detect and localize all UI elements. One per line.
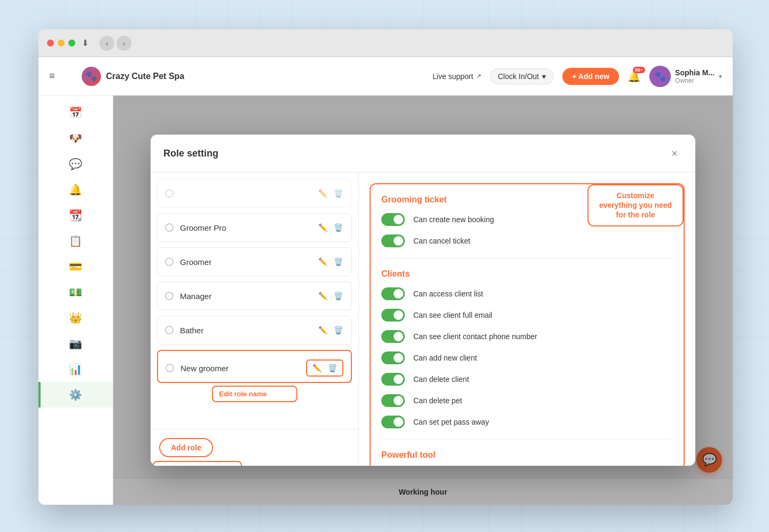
maximize-traffic-light[interactable] <box>68 40 75 46</box>
calendar-icon: 📅 <box>69 106 82 119</box>
delete-role-icon[interactable]: 🗑️ <box>333 222 344 233</box>
section-divider-2 <box>381 439 673 440</box>
sidebar-item-pets[interactable]: 🐶 <box>38 126 113 151</box>
sidebar-item-alerts[interactable]: 🔔 <box>38 177 113 202</box>
user-info[interactable]: 🐾 Sophia M... Owner ▾ <box>649 66 722 87</box>
back-button[interactable]: ‹ <box>99 36 114 51</box>
permission-label: Can create new booking <box>413 215 494 224</box>
clock-label: Clock In/Out <box>498 72 539 81</box>
sidebar-item-dollar[interactable]: 💵 <box>38 279 113 305</box>
toggle-delete-pet[interactable] <box>381 394 405 407</box>
dollar-icon: 💵 <box>69 286 82 299</box>
minimize-traffic-light[interactable] <box>58 40 65 46</box>
list-item[interactable]: Groomer ✏️ 🗑️ <box>157 247 352 276</box>
download-icon[interactable]: ⬇ <box>82 38 89 48</box>
sidebar-item-camera[interactable]: 📷 <box>38 331 113 356</box>
header-actions: Live support ↗ Clock In/Out ▾ + Add new … <box>433 66 722 87</box>
notification-button[interactable]: 🔔 99+ <box>627 70 641 83</box>
toggle-cancel-ticket[interactable] <box>381 234 405 247</box>
modal-close-button[interactable]: × <box>666 145 682 161</box>
add-new-button[interactable]: + Add new <box>562 68 619 85</box>
permission-cancel-ticket: Can cancel ticket <box>381 234 673 247</box>
permission-delete-pet: Can delete pet <box>381 394 673 407</box>
edit-role-icon[interactable]: ✏️ <box>317 256 328 267</box>
modal-body: ✏️ 🗑️ Groomer Pro ✏️ 🗑️ <box>151 173 695 466</box>
delete-role-icon[interactable]: 🗑️ <box>333 291 344 301</box>
permission-access-client-list: Can access client list <box>381 287 673 300</box>
schedule-icon: 📆 <box>69 209 82 222</box>
role-actions: ✏️ 🗑️ <box>306 359 343 377</box>
svg-text:🐾: 🐾 <box>654 71 666 82</box>
toggle-see-client-email[interactable] <box>381 309 405 322</box>
role-radio[interactable] <box>165 189 174 198</box>
role-actions: ✏️ 🗑️ <box>317 325 344 335</box>
edit-role-icon[interactable]: ✏️ <box>317 291 328 301</box>
powerful-tool-title: Powerful tool <box>381 450 673 460</box>
menu-button[interactable]: ≡ <box>49 71 55 82</box>
camera-icon: 📷 <box>69 337 82 350</box>
sidebar-item-calendar[interactable]: 📅 <box>38 100 113 126</box>
crown-icon: 👑 <box>69 311 82 324</box>
toggle-add-new-client[interactable] <box>381 351 405 364</box>
chart-icon: 📊 <box>69 363 82 375</box>
delete-role-icon[interactable]: 🗑️ <box>333 188 344 199</box>
toggle-see-contact-phone[interactable] <box>381 330 405 343</box>
list-item[interactable]: Bather ✏️ 🗑️ <box>157 316 352 345</box>
sidebar: 📅 🐶 💬 🔔 📆 📋 💳 💵 👑 📷 📊 <box>38 57 113 505</box>
modal-title: Role setting <box>163 148 218 159</box>
permission-label: Can add new client <box>413 354 477 362</box>
role-radio[interactable] <box>165 257 174 266</box>
app-header: ≡ 🐾 Crazy Cute Pet Spa Live support ↗ Cl… <box>38 57 733 96</box>
edit-role-icon[interactable]: ✏️ <box>317 222 328 233</box>
live-support-button[interactable]: Live support ↗ <box>433 72 481 81</box>
browser-chrome: ⬇ ‹ › <box>38 29 733 57</box>
main-content: Working hour Role setting × <box>113 96 733 505</box>
edit-role-icon[interactable]: ✏️ <box>317 188 328 199</box>
delete-role-icon[interactable]: 🗑️ <box>333 256 344 267</box>
roles-list: ✏️ 🗑️ Groomer Pro ✏️ 🗑️ <box>151 173 358 429</box>
toggle-set-pet-pass-away[interactable] <box>381 416 405 428</box>
pets-icon: 🐶 <box>69 132 82 145</box>
role-radio[interactable] <box>165 223 174 232</box>
list-item[interactable]: Groomer Pro ✏️ 🗑️ <box>157 213 352 242</box>
sidebar-item-reports[interactable]: 📋 <box>38 228 113 254</box>
sidebar-item-chat[interactable]: 💬 <box>38 151 113 177</box>
browser-window: ⬇ ‹ › ≡ 🐾 Crazy Cute Pet Spa Live suppor… <box>38 29 733 505</box>
edit-role-icon[interactable]: ✏️ <box>311 363 323 373</box>
edit-role-tooltip: Edit role name <box>211 386 297 402</box>
delete-role-icon[interactable]: 🗑️ <box>327 363 338 373</box>
toggle-create-booking[interactable] <box>381 213 405 226</box>
forward-button[interactable]: › <box>116 36 131 51</box>
permission-see-client-email: Can see client full email <box>381 309 673 322</box>
section-divider <box>381 258 673 259</box>
permission-set-pet-pass-away: Can set pet pass away <box>381 416 673 428</box>
app-name: Crazy Cute Pet Spa <box>106 72 185 81</box>
sidebar-item-card[interactable]: 💳 <box>38 254 113 279</box>
delete-role-icon[interactable]: 🗑️ <box>333 325 344 335</box>
logo-icon: 🐾 <box>82 67 101 86</box>
sidebar-item-chart[interactable]: 📊 <box>38 356 113 382</box>
edit-role-icon[interactable]: ✏️ <box>317 325 328 335</box>
toggle-delete-client[interactable] <box>381 373 405 386</box>
roles-panel: ✏️ 🗑️ Groomer Pro ✏️ 🗑️ <box>151 173 359 466</box>
sidebar-item-settings[interactable]: ⚙️ <box>38 382 113 408</box>
permissions-panel: Customize everything you need for the ro… <box>359 173 695 466</box>
permission-add-new-client: Can add new client <box>381 351 673 364</box>
notification-badge: 99+ <box>633 67 645 73</box>
sidebar-item-schedule[interactable]: 📆 <box>38 202 113 228</box>
close-traffic-light[interactable] <box>47 40 54 46</box>
sidebar-item-crown[interactable]: 👑 <box>38 305 113 331</box>
list-item[interactable]: ✏️ 🗑️ <box>157 179 352 208</box>
clock-in-out-button[interactable]: Clock In/Out ▾ <box>490 68 554 84</box>
role-radio[interactable] <box>165 292 174 300</box>
section-clients: Clients Can access client list Can see c… <box>381 269 673 428</box>
add-role-button[interactable]: Add role <box>159 438 213 457</box>
list-item[interactable]: New groomer ✏️ 🗑️ Edit role name <box>157 350 352 383</box>
list-item[interactable]: Manager ✏️ 🗑️ <box>157 281 352 310</box>
role-radio[interactable] <box>165 326 174 334</box>
permission-label: Can set pet pass away <box>413 418 489 426</box>
role-actions: ✏️ 🗑️ <box>317 188 344 199</box>
role-radio[interactable] <box>166 364 174 372</box>
permission-see-contact-phone: Can see client contact phone number <box>381 330 673 343</box>
toggle-access-client-list[interactable] <box>381 287 405 300</box>
